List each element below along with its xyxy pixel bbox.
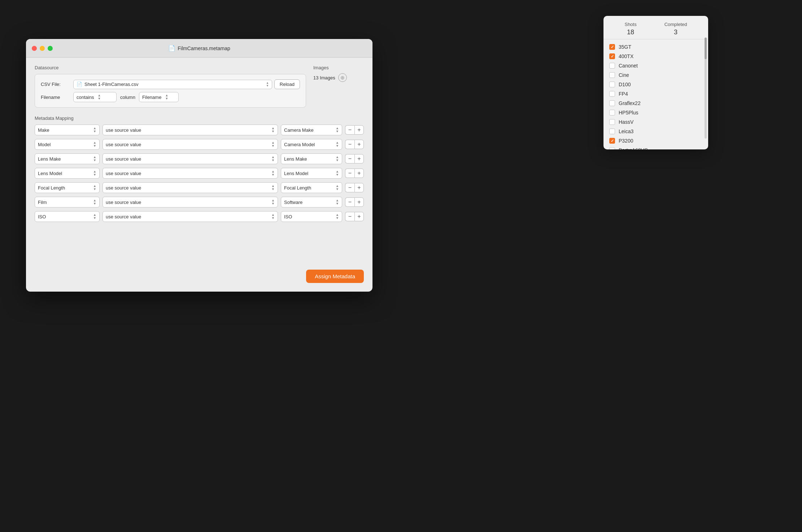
shots-label: Shots <box>624 22 636 27</box>
target-select-5[interactable]: Software ▲▼ <box>281 197 342 208</box>
sidebar-item-hp5plus[interactable]: HP5Plus <box>603 108 708 117</box>
transform-select-6[interactable]: use source value ▲▼ <box>103 211 278 222</box>
checkbox-cine[interactable] <box>609 72 615 78</box>
metadata-section: Metadata Mapping Make ▲▼ use source valu… <box>35 115 364 222</box>
row-controls-0: − + <box>345 125 364 135</box>
transform-select-3[interactable]: use source value ▲▼ <box>103 168 278 179</box>
mapping-row: Model ▲▼ use source value ▲▼ Camera Mode… <box>35 139 364 150</box>
checkbox-400tx[interactable] <box>609 53 615 59</box>
mapping-row: Focal Length ▲▼ use source value ▲▼ Foca… <box>35 182 364 193</box>
mapping-row: Lens Make ▲▼ use source value ▲▼ Lens Ma… <box>35 153 364 164</box>
transform-select-4[interactable]: use source value ▲▼ <box>103 182 278 193</box>
add-row-4[interactable]: + <box>354 183 364 192</box>
checkbox-hassv[interactable] <box>609 119 615 125</box>
source-select-4[interactable]: Focal Length ▲▼ <box>35 182 100 193</box>
checkbox-portra160vc[interactable] <box>609 147 615 149</box>
csv-select-wrapper: 📄 Sheet 1-FilmCameras.csv ▲▼ Reload <box>73 79 300 89</box>
sidebar-scrollbar[interactable] <box>705 38 707 139</box>
sidebar-item-label: Graflex22 <box>619 100 641 106</box>
add-row-5[interactable]: + <box>354 197 364 207</box>
checkbox-d100[interactable] <box>609 82 615 87</box>
add-row-2[interactable]: + <box>354 154 364 163</box>
column-select[interactable]: Filename ▲▼ <box>139 92 179 102</box>
source-select-2[interactable]: Lens Make ▲▼ <box>35 153 100 164</box>
checkbox-canonet[interactable] <box>609 63 615 69</box>
sidebar-item-fp4[interactable]: FP4 <box>603 89 708 99</box>
checkbox-graflex22[interactable] <box>609 100 615 106</box>
sidebar-item-400tx[interactable]: 400TX <box>603 52 708 61</box>
checkbox-35gt[interactable] <box>609 44 615 50</box>
remove-row-0[interactable]: − <box>345 125 354 135</box>
window-title-text: FilmCameras.metamap <box>178 45 230 51</box>
checkbox-p3200[interactable] <box>609 138 615 144</box>
close-button[interactable] <box>32 46 37 51</box>
remove-row-2[interactable]: − <box>345 154 354 163</box>
minimize-button[interactable] <box>40 46 45 51</box>
remove-row-4[interactable]: − <box>345 183 354 192</box>
traffic-lights <box>32 46 53 51</box>
images-section: Images 13 Images ⊕ <box>313 65 364 114</box>
column-arrows: ▲▼ <box>165 94 168 100</box>
add-row-1[interactable]: + <box>354 140 364 149</box>
source-select-0[interactable]: Make ▲▼ <box>35 125 100 135</box>
remove-row-6[interactable]: − <box>345 212 354 221</box>
images-box: 13 Images ⊕ <box>313 73 364 82</box>
csv-file-select[interactable]: 📄 Sheet 1-FilmCameras.csv ▲▼ <box>73 80 272 89</box>
completed-value: 3 <box>664 29 687 36</box>
remove-row-5[interactable]: − <box>345 197 354 207</box>
checkbox-fp4[interactable] <box>609 91 615 97</box>
add-row-3[interactable]: + <box>354 169 364 178</box>
sidebar-item-label: HassV <box>619 119 633 125</box>
transform-select-0[interactable]: use source value ▲▼ <box>103 125 278 135</box>
sidebar-item-leica3[interactable]: Leica3 <box>603 127 708 136</box>
target-select-6[interactable]: ISO ▲▼ <box>281 211 342 222</box>
sidebar-item-label: Cine <box>619 72 629 78</box>
sidebar-item-hassv[interactable]: HassV <box>603 117 708 127</box>
transform-select-1[interactable]: use source value ▲▼ <box>103 139 278 150</box>
column-label: column <box>120 95 135 100</box>
metadata-label: Metadata Mapping <box>35 115 364 121</box>
sidebar-item-label: Canonet <box>619 63 638 69</box>
sidebar-item-p3200[interactable]: P3200 <box>603 136 708 145</box>
source-select-5[interactable]: Film ▲▼ <box>35 197 100 208</box>
shots-value: 18 <box>624 29 636 36</box>
sidebar-item-35gt[interactable]: 35GT <box>603 42 708 52</box>
target-select-1[interactable]: Camera Model ▲▼ <box>281 139 342 150</box>
images-target-icon[interactable]: ⊕ <box>338 73 347 82</box>
datasource-section: Datasource CSV File: 📄 Sheet 1-FilmCamer… <box>35 65 306 114</box>
mapping-rows: Make ▲▼ use source value ▲▼ Camera Make … <box>35 125 364 222</box>
source-select-3[interactable]: Lens Model ▲▼ <box>35 168 100 179</box>
maximize-button[interactable] <box>48 46 53 51</box>
datasource-label: Datasource <box>35 65 306 70</box>
assign-metadata-button[interactable]: Assign Metadata <box>306 270 364 283</box>
add-row-6[interactable]: + <box>354 212 364 221</box>
csv-label: CSV File: <box>41 82 70 87</box>
target-select-2[interactable]: Lens Make ▲▼ <box>281 153 342 164</box>
completed-stat: Completed 3 <box>664 22 687 36</box>
checkbox-leica3[interactable] <box>609 128 615 134</box>
mapping-row: Make ▲▼ use source value ▲▼ Camera Make … <box>35 125 364 135</box>
sidebar-item-portra160vc[interactable]: Portra160VC <box>603 145 708 149</box>
transform-select-5[interactable]: use source value ▲▼ <box>103 197 278 208</box>
sidebar-item-graflex22[interactable]: Graflex22 <box>603 99 708 108</box>
sidebar-item-label: Leica3 <box>619 128 633 134</box>
target-select-4[interactable]: Focal Length ▲▼ <box>281 182 342 193</box>
source-select-6[interactable]: ISO ▲▼ <box>35 211 100 222</box>
mapping-row: ISO ▲▼ use source value ▲▼ ISO ▲▼ − + <box>35 211 364 222</box>
sidebar-item-cine[interactable]: Cine <box>603 70 708 80</box>
images-label: Images <box>313 65 364 70</box>
sidebar-item-d100[interactable]: D100 <box>603 80 708 89</box>
source-select-1[interactable]: Model ▲▼ <box>35 139 100 150</box>
contains-select[interactable]: contains ▲▼ <box>73 92 117 102</box>
add-row-0[interactable]: + <box>354 125 364 135</box>
remove-row-3[interactable]: − <box>345 169 354 178</box>
checkbox-hp5plus[interactable] <box>609 110 615 115</box>
window-content: Datasource CSV File: 📄 Sheet 1-FilmCamer… <box>26 58 372 233</box>
remove-row-1[interactable]: − <box>345 140 354 149</box>
transform-select-2[interactable]: use source value ▲▼ <box>103 153 278 164</box>
sidebar-item-canonet[interactable]: Canonet <box>603 61 708 70</box>
target-select-0[interactable]: Camera Make ▲▼ <box>281 125 342 135</box>
mapping-row: Lens Model ▲▼ use source value ▲▼ Lens M… <box>35 168 364 179</box>
target-select-3[interactable]: Lens Model ▲▼ <box>281 168 342 179</box>
reload-button[interactable]: Reload <box>274 79 300 89</box>
